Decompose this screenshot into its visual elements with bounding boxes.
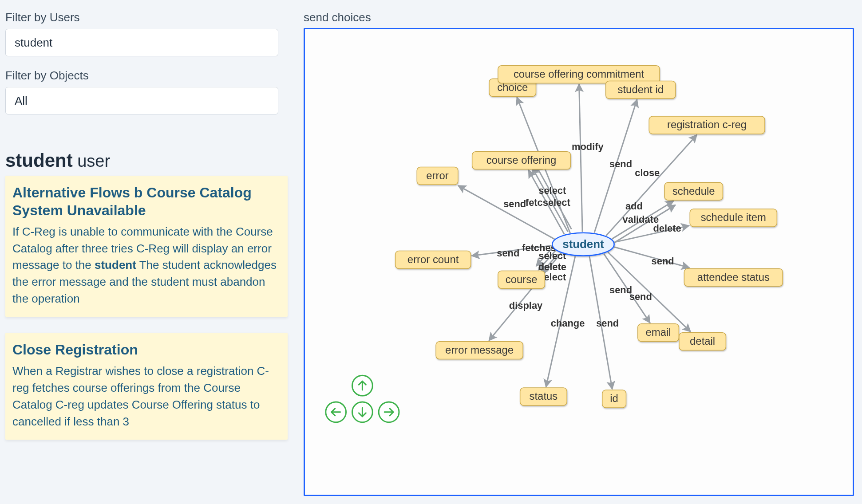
- graph-edge-label: select: [538, 185, 566, 196]
- svg-text:course offering commitment: course offering commitment: [514, 68, 645, 80]
- graph-edge-label: send: [497, 248, 519, 259]
- svg-text:student: student: [562, 238, 604, 250]
- graph-edge-label: change: [551, 318, 585, 329]
- graph-edge-label: modify: [572, 141, 604, 152]
- card-title: Close Registration: [12, 341, 281, 358]
- graph-node[interactable]: error count: [395, 251, 471, 269]
- graph-edge-label: send: [596, 318, 619, 329]
- entity-heading: student user: [5, 150, 288, 171]
- svg-text:student id: student id: [618, 83, 664, 95]
- graph-edge-label: send: [503, 198, 526, 209]
- svg-text:error message: error message: [445, 344, 514, 356]
- graph-node[interactable]: error message: [436, 342, 523, 359]
- graph-title: send choices: [304, 11, 854, 24]
- graph-node[interactable]: email: [638, 324, 679, 342]
- graph-edge-label: close: [635, 167, 660, 178]
- graph-node[interactable]: attendee status: [684, 268, 783, 286]
- nav-left-button[interactable]: [326, 402, 346, 422]
- graph-edge-label: display: [509, 300, 543, 311]
- svg-text:course: course: [506, 273, 538, 285]
- graph-edge-label: fetches: [522, 242, 556, 253]
- svg-text:error: error: [426, 169, 448, 181]
- graph-node[interactable]: course offering commitment: [498, 66, 660, 83]
- nav-right-button[interactable]: [379, 402, 399, 422]
- graph-edge-label: send: [609, 284, 632, 295]
- filter-users-select[interactable]: student: [5, 29, 278, 56]
- svg-text:schedule item: schedule item: [701, 211, 766, 223]
- svg-text:id: id: [610, 392, 618, 404]
- graph-node[interactable]: status: [520, 388, 567, 406]
- svg-text:detail: detail: [690, 335, 715, 347]
- nav-up-button[interactable]: [352, 375, 372, 396]
- entity-type: user: [77, 152, 110, 170]
- filter-objects-select[interactable]: All: [5, 87, 278, 114]
- nav-down-button[interactable]: [352, 402, 372, 422]
- graph-nav-controls: [326, 375, 399, 422]
- svg-text:email: email: [646, 326, 671, 338]
- graph-edge-label: send: [609, 158, 632, 169]
- graph-node[interactable]: student id: [606, 81, 676, 98]
- graph-edge-label: fetcselect: [526, 197, 571, 208]
- svg-text:attendee status: attendee status: [697, 271, 770, 283]
- graph-panel[interactable]: sendmodifysendcloseaddvalidatedeletesend…: [304, 28, 854, 496]
- filter-users-value: student: [15, 36, 52, 50]
- graph-node[interactable]: course: [498, 271, 545, 288]
- card-body: If C-Reg is unable to communicate with t…: [12, 224, 281, 307]
- graph-edge-label: send: [652, 256, 674, 267]
- graph-node[interactable]: schedule: [664, 182, 723, 200]
- svg-text:schedule: schedule: [672, 185, 715, 197]
- svg-text:course offering: course offering: [486, 154, 557, 166]
- main-panel: send choices sendmodifysendcloseaddvalid…: [293, 0, 862, 504]
- graph-node[interactable]: detail: [679, 333, 726, 350]
- graph-node[interactable]: registration c-reg: [649, 116, 765, 134]
- card-body: When a Registrar wishes to close a regis…: [12, 363, 281, 430]
- graph-edge-label: delete: [653, 223, 681, 234]
- graph-node[interactable]: error: [417, 167, 458, 185]
- svg-text:error count: error count: [407, 253, 459, 265]
- graph-node[interactable]: id: [602, 390, 626, 408]
- filter-objects-value: All: [15, 94, 28, 108]
- entity-name: student: [5, 150, 73, 171]
- flow-card[interactable]: Alternative Flows b Course Catalog Syste…: [5, 176, 288, 317]
- graph-svg[interactable]: sendmodifysendcloseaddvalidatedeletesend…: [305, 29, 853, 495]
- svg-text:status: status: [530, 390, 558, 402]
- card-title: Alternative Flows b Course Catalog Syste…: [12, 184, 281, 219]
- filter-users-label: Filter by Users: [5, 11, 288, 24]
- flow-card[interactable]: Close Registration When a Registrar wish…: [5, 333, 288, 440]
- svg-text:registration c-reg: registration c-reg: [667, 118, 747, 130]
- graph-edge-label: add: [625, 201, 643, 212]
- sidebar: Filter by Users student Filter by Object…: [0, 0, 293, 504]
- filter-objects-label: Filter by Objects: [5, 69, 288, 83]
- graph-node[interactable]: schedule item: [690, 209, 777, 227]
- graph-edge-label: send: [629, 291, 652, 302]
- graph-node[interactable]: course offering: [472, 152, 571, 169]
- graph-center-node[interactable]: student: [552, 233, 614, 256]
- graph-edge: [579, 84, 583, 232]
